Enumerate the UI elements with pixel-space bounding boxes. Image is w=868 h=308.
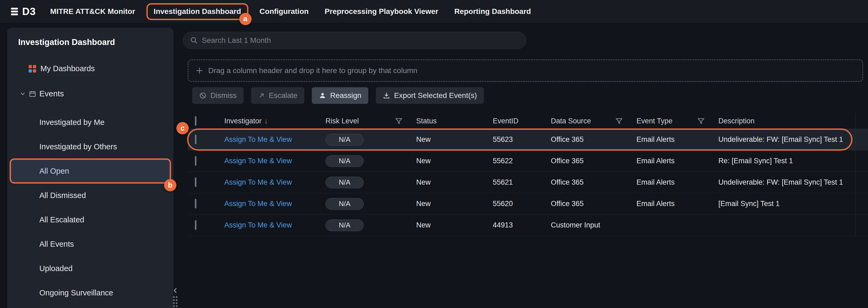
nav-configuration[interactable]: Configuration: [252, 7, 317, 16]
sidebar-item-ongoing-surveillance[interactable]: Ongoing Surveillance: [11, 281, 170, 304]
table-row[interactable]: c Assign To Me & View N/A New 55623 Offi…: [188, 129, 868, 150]
sidebar-item-all-escalated[interactable]: All Escalated: [11, 209, 170, 231]
app-root: D3 MITRE ATT&CK Monitor Investigation Da…: [0, 0, 868, 308]
nav-preprocessing-playbook-viewer[interactable]: Preprocessing Playbook Viewer: [317, 7, 446, 16]
top-nav: D3 MITRE ATT&CK Monitor Investigation Da…: [0, 0, 868, 23]
filter-funnel-icon[interactable]: [395, 118, 402, 124]
row-checkbox[interactable]: [195, 134, 196, 144]
event-type-cell: Email Alerts: [637, 135, 718, 144]
sidebar-drag-handle-icon[interactable]: [173, 296, 178, 308]
sidebar-item-investigated-by-me[interactable]: Investigated by Me: [11, 111, 170, 133]
sidebar-group-events[interactable]: Events: [20, 89, 174, 98]
select-all-checkbox[interactable]: [195, 116, 196, 126]
chevron-down-icon[interactable]: [20, 91, 26, 97]
risk-level-badge: N/A: [326, 177, 364, 188]
dismiss-label: Dismiss: [210, 91, 237, 100]
column-label: Status: [416, 117, 437, 125]
search-bar: [183, 32, 526, 49]
reassign-label: Reassign: [330, 91, 361, 100]
sidebar-item-my-dashboards[interactable]: My Dashboards: [29, 64, 174, 73]
risk-level-badge: N/A: [326, 155, 364, 167]
sidebar-item-all-dismissed[interactable]: All Dismissed: [11, 184, 170, 207]
eventid-cell: 55623: [493, 135, 551, 144]
column-label: Risk Level: [326, 117, 359, 125]
search-input[interactable]: [202, 32, 526, 49]
row-checkbox[interactable]: [195, 156, 196, 166]
risk-level-badge: N/A: [326, 134, 364, 146]
escalate-button[interactable]: Escalate: [251, 87, 304, 104]
table-row[interactable]: Assign To Me & View N/A New 55620 Office…: [188, 193, 868, 215]
events-table: Investigator ↓ Risk Level Status EventID…: [188, 114, 868, 236]
column-header-event-type[interactable]: Event Type: [637, 117, 718, 125]
assign-to-me-link[interactable]: Assign To Me & View: [224, 157, 292, 165]
table-header-row: Investigator ↓ Risk Level Status EventID…: [188, 114, 868, 129]
calendar-icon: [29, 90, 36, 97]
column-label: Description: [718, 117, 754, 125]
sidebar-item-all-events[interactable]: All Events: [11, 233, 170, 255]
description-cell: Undeliverable: FW: [Email Sync] Test 1: [718, 135, 868, 144]
row-checkbox[interactable]: [195, 199, 196, 209]
sidebar-title: Investigation Dashboard: [18, 37, 174, 47]
sidebar-item-label: My Dashboards: [40, 64, 95, 73]
row-checkbox[interactable]: [195, 220, 196, 230]
column-header-investigator[interactable]: Investigator ↓: [224, 117, 326, 125]
sidebar-item-uploaded[interactable]: Uploaded: [11, 257, 170, 280]
table-row[interactable]: Assign To Me & View N/A New 55621 Office…: [188, 172, 868, 193]
assign-to-me-link[interactable]: Assign To Me & View: [224, 199, 292, 208]
assign-to-me-link[interactable]: Assign To Me & View: [224, 221, 292, 229]
column-header-status[interactable]: Status: [416, 117, 493, 125]
column-header-description[interactable]: Description: [718, 117, 868, 125]
event-toolbar: Dismiss Escalate Reassign Export Selecte…: [192, 87, 484, 104]
eventid-cell: 55622: [493, 157, 551, 165]
column-header-eventid[interactable]: EventID: [493, 117, 551, 125]
filter-funnel-icon[interactable]: [698, 118, 705, 124]
data-source-cell: Office 365: [551, 157, 637, 165]
nav-mitre-attck-monitor[interactable]: MITRE ATT&CK Monitor: [42, 7, 143, 16]
row-checkbox[interactable]: [195, 177, 196, 187]
annotation-badge-a: a: [239, 13, 252, 25]
sidebar-collapse-icon[interactable]: ‹: [174, 283, 177, 296]
dismiss-icon: [199, 92, 207, 99]
event-type-cell: Email Alerts: [637, 178, 718, 186]
export-selected-events-button[interactable]: Export Selected Event(s): [376, 87, 484, 104]
eventid-cell: 55621: [493, 178, 551, 186]
reassign-button[interactable]: Reassign: [312, 87, 368, 104]
description-cell: Undeliverable: FW: [Email Sync] Test 1: [718, 178, 868, 186]
search-icon: [190, 36, 198, 44]
data-source-cell: Office 365: [551, 199, 637, 208]
sidebar-item-investigated-by-others[interactable]: Investigated by Others: [11, 135, 170, 158]
nav-investigation-dashboard[interactable]: Investigation Dashboard a: [146, 3, 248, 20]
annotation-badge-c: c: [176, 122, 189, 134]
sidebar: Investigation Dashboard My Dashboards Ev…: [7, 28, 174, 308]
group-by-dropzone[interactable]: Drag a column header and drop it here to…: [188, 59, 863, 82]
sidebar-events-list: Investigated by Me Investigated by Other…: [7, 111, 174, 304]
column-label: Investigator: [224, 117, 262, 125]
nav-reporting-dashboard[interactable]: Reporting Dashboard: [446, 7, 539, 16]
sidebar-item-all-open[interactable]: All Open b: [11, 160, 170, 182]
sidebar-item-all-open-label: All Open: [39, 167, 69, 176]
sort-desc-icon[interactable]: ↓: [265, 117, 268, 125]
description-cell: [Email Sync] Test 1: [718, 199, 868, 208]
table-row[interactable]: Assign To Me & View N/A New 55622 Office…: [188, 150, 868, 172]
move-cross-icon: [195, 67, 204, 75]
column-header-data-source[interactable]: Data Source: [551, 117, 637, 125]
column-header-risk-level[interactable]: Risk Level: [326, 117, 416, 125]
dismiss-button[interactable]: Dismiss: [192, 87, 244, 104]
nav-investigation-dashboard-label: Investigation Dashboard: [154, 7, 241, 16]
dashboards-icon: [29, 65, 36, 72]
filter-funnel-icon[interactable]: [616, 118, 623, 124]
description-cell: Re: [Email Sync] Test 1: [718, 157, 868, 165]
assign-to-me-link[interactable]: Assign To Me & View: [224, 178, 292, 186]
column-label: Data Source: [551, 117, 591, 125]
escalate-label: Escalate: [269, 91, 297, 100]
risk-level-badge: N/A: [326, 219, 364, 231]
status-cell: New: [416, 178, 493, 186]
sidebar-group-events-label: Events: [39, 89, 64, 98]
export-label: Export Selected Event(s): [394, 91, 477, 100]
status-cell: New: [416, 157, 493, 165]
table-row[interactable]: Assign To Me & View N/A New 44913 Custom…: [188, 215, 868, 236]
person-icon: [319, 92, 326, 99]
data-source-cell: Office 365: [551, 135, 637, 144]
assign-to-me-link[interactable]: Assign To Me & View: [224, 135, 292, 144]
eventid-cell: 55620: [493, 199, 551, 208]
